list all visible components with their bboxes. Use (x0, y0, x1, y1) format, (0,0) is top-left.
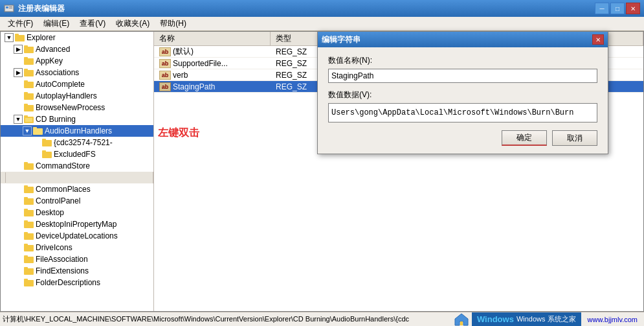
status-right: Windows Windows 系统之家 www.bjjmlv.com (454, 312, 641, 327)
svg-rect-37 (24, 220, 28, 222)
tree-item-deviceupdatelocations[interactable]: DeviceUpdateLocations (1, 230, 153, 242)
folder-icon (24, 255, 34, 264)
svg-rect-41 (24, 244, 28, 246)
tree-item-desktopinipropertymap[interactable]: DesktopIniPropertyMap (1, 218, 153, 230)
expand-cdburning[interactable]: ▼ (14, 115, 23, 124)
cell-name: ab SupportedFile... (154, 58, 271, 69)
tree-item-folderdescriptions[interactable]: FolderDescriptions (1, 277, 153, 288)
root-folder-icon (15, 33, 25, 42)
tree-item-browsenewprocess[interactable]: BrowseNewProcess (1, 102, 153, 113)
tree-item-label: ControlPanel (36, 196, 80, 205)
svg-rect-20 (24, 115, 28, 117)
folder-icon (24, 91, 34, 100)
svg-rect-15 (24, 93, 34, 100)
svg-rect-23 (33, 127, 37, 129)
status-path: 计算机\HKEY_LOCAL_MACHINE\SOFTWARE\Microsof… (3, 314, 454, 324)
dialog-name-input[interactable] (328, 69, 597, 83)
tree-item-cdc[interactable]: {cdc32574-7521- (1, 137, 153, 148)
svg-rect-33 (24, 197, 28, 199)
title-bar: 注册表编辑器 ─ □ ✕ (0, 0, 644, 17)
svg-rect-21 (25, 118, 32, 122)
tree-panel[interactable]: ▼ Explorer ▶ Advanced (1, 32, 154, 311)
folder-icon (24, 103, 34, 112)
svg-rect-30 (24, 187, 34, 193)
tree-item-findextensions[interactable]: FindExtensions (1, 265, 153, 277)
svg-rect-35 (24, 209, 28, 211)
tree-item-controlpanel[interactable]: ControlPanel (1, 195, 153, 207)
maximize-button[interactable]: □ (610, 3, 625, 14)
tree-item-excludedfs[interactable]: ExcludedFS (1, 148, 153, 160)
click-annotation: 左键双击 (158, 126, 199, 140)
status-bar: 计算机\HKEY_LOCAL_MACHINE\SOFTWARE\Microsof… (0, 312, 644, 326)
svg-rect-39 (24, 232, 28, 234)
svg-rect-12 (24, 69, 28, 71)
dialog-title-bar: 编辑字符串 ✕ (318, 32, 608, 47)
folder-icon-open (24, 115, 34, 124)
folder-icon (24, 278, 34, 287)
expand-audioburnhandlers[interactable]: ▼ (23, 126, 32, 135)
svg-rect-46 (24, 280, 34, 286)
tree-item-fileassociation[interactable]: FileAssociation (1, 253, 153, 265)
tree-item-audioburnhandlers[interactable]: ▼ AudioBurnHandlers (1, 125, 153, 137)
tree-item-label: ExcludedFS (54, 150, 96, 159)
tree-item-label: BrowseNewProcess (36, 103, 105, 112)
svg-rect-11 (24, 70, 34, 76)
windows-home-icon (454, 312, 469, 327)
tree-item-label: Advanced (36, 45, 70, 54)
menu-favorites[interactable]: 收藏夹(A) (111, 17, 155, 30)
tree-item-label: Associations (36, 68, 79, 77)
tree-item-label: DriveIcons (36, 243, 72, 252)
dialog-close-button[interactable]: ✕ (592, 34, 604, 45)
folder-icon (24, 45, 34, 54)
tree-item-commandstore[interactable]: CommandStore (1, 160, 153, 172)
menu-help[interactable]: 帮助(H) (155, 17, 192, 30)
col-header-name[interactable]: 名称 (154, 32, 271, 45)
tree-item-appkey[interactable]: AppKey (1, 55, 153, 67)
dialog-cancel-button[interactable]: 取消 (552, 130, 597, 146)
tree-item-label: CommandStore (36, 161, 90, 170)
close-button[interactable]: ✕ (626, 3, 640, 14)
tree-item-label: CD Burning (36, 115, 76, 124)
tree-item-commonplaces[interactable]: CommonPlaces (1, 183, 153, 195)
dialog-ok-button[interactable]: 确定 (502, 130, 547, 146)
svg-rect-40 (24, 245, 34, 251)
tree-root-label: Explorer (27, 33, 56, 42)
menu-file[interactable]: 文件(F) (3, 17, 38, 30)
expand-root[interactable]: ▼ (5, 33, 14, 42)
svg-rect-7 (24, 47, 34, 53)
svg-rect-17 (24, 105, 34, 111)
svg-rect-38 (24, 233, 34, 240)
folder-icon-selected (33, 126, 43, 135)
tree-item-advanced[interactable]: ▶ Advanced (1, 43, 153, 55)
svg-rect-4 (9, 8, 12, 8)
expand-associations[interactable]: ▶ (14, 68, 23, 77)
folder-icon (24, 231, 34, 240)
folder-icon (24, 161, 34, 170)
svg-rect-3 (9, 6, 12, 7)
svg-rect-43 (24, 255, 28, 257)
dialog-data-input[interactable] (328, 103, 597, 122)
minimize-button[interactable]: ─ (595, 3, 609, 14)
watermark-url: www.bjjmlv.com (584, 312, 641, 327)
tree-item-label: DesktopIniPropertyMap (36, 220, 117, 229)
menu-view[interactable]: 查看(V) (74, 17, 111, 30)
tree-item-autoplay[interactable]: AutoplayHandlers (1, 90, 153, 102)
tree-root[interactable]: ▼ Explorer (1, 32, 153, 43)
tree-item-desktop[interactable]: Desktop (1, 207, 153, 218)
menu-edit[interactable]: 编辑(E) (38, 17, 74, 30)
tree-item-associations[interactable]: ▶ Associations (1, 67, 153, 78)
svg-rect-27 (42, 150, 46, 152)
expand-advanced[interactable]: ▶ (14, 45, 23, 54)
svg-rect-16 (24, 92, 28, 94)
tree-item-label: Desktop (36, 208, 64, 217)
svg-rect-18 (24, 104, 28, 106)
svg-rect-6 (15, 34, 19, 36)
svg-rect-22 (33, 128, 43, 135)
svg-rect-42 (24, 257, 34, 263)
tree-item-driveicons[interactable]: DriveIcons (1, 242, 153, 253)
svg-rect-25 (42, 139, 46, 141)
tree-item-autocomplete[interactable]: AutoComplete (1, 78, 153, 90)
svg-rect-44 (24, 268, 34, 275)
tree-item-label: FindExtensions (36, 266, 89, 275)
tree-item-cdburning[interactable]: ▼ CD Burning (1, 113, 153, 125)
